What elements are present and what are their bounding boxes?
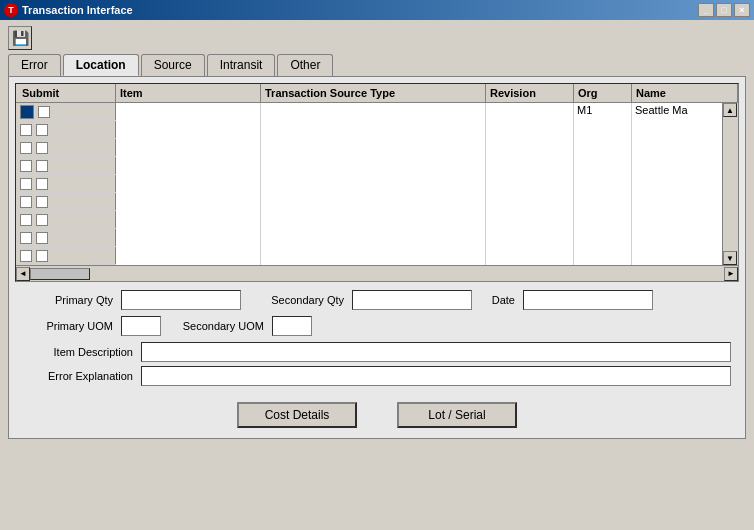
tab-source[interactable]: Source (141, 54, 205, 76)
error-exp-label: Error Explanation (23, 370, 133, 382)
row-cells: M1 Seattle Ma (116, 103, 738, 120)
title-bar-left: T Transaction Interface (4, 3, 133, 17)
scroll-right-button[interactable]: ► (724, 267, 738, 281)
cell-org[interactable] (574, 121, 632, 139)
cell-tst[interactable] (261, 211, 486, 229)
cell-org[interactable] (574, 247, 632, 265)
tab-location[interactable]: Location (63, 54, 139, 76)
cell-tst[interactable] (261, 229, 486, 247)
cell-org[interactable] (574, 139, 632, 157)
primary-qty-input[interactable] (121, 290, 241, 310)
cell-item[interactable] (116, 211, 261, 229)
scroll-left-button[interactable]: ◄ (16, 267, 30, 281)
row-select-button[interactable] (20, 232, 32, 244)
horizontal-scrollbar[interactable]: ◄ ► (16, 265, 738, 281)
table-row (16, 121, 738, 139)
cell-rev[interactable] (486, 211, 574, 229)
row-select-button[interactable] (20, 178, 32, 190)
cell-tst[interactable] (261, 247, 486, 265)
item-desc-input[interactable] (141, 342, 731, 362)
cell-tst[interactable] (261, 139, 486, 157)
cell-item[interactable] (116, 157, 261, 175)
row-select-button[interactable] (20, 250, 32, 262)
cell-rev[interactable] (486, 229, 574, 247)
cell-rev[interactable] (486, 157, 574, 175)
cell-item[interactable] (116, 175, 261, 193)
minimize-button[interactable]: _ (698, 3, 714, 17)
cell-rev[interactable] (486, 175, 574, 193)
hscroll-thumb[interactable] (30, 268, 90, 280)
row-checkbox[interactable] (36, 214, 48, 226)
scroll-up-button[interactable]: ▲ (723, 103, 737, 117)
row-checkbox[interactable] (36, 232, 48, 244)
cell-rev[interactable] (486, 121, 574, 139)
cell-org[interactable] (574, 211, 632, 229)
row-checkbox[interactable] (36, 160, 48, 172)
cell-org[interactable] (574, 157, 632, 175)
cell-org[interactable]: M1 (574, 103, 632, 121)
cell-rev[interactable] (486, 103, 574, 121)
secondary-qty-input[interactable] (352, 290, 472, 310)
close-button[interactable]: × (734, 3, 750, 17)
table-row (16, 175, 738, 193)
row-select-button[interactable] (20, 160, 32, 172)
row-select-button[interactable] (20, 124, 32, 136)
vertical-scrollbar[interactable]: ▲ ▼ (722, 103, 738, 265)
uom-row: Primary UOM Secondary UOM (23, 316, 731, 336)
cell-item[interactable] (116, 103, 261, 121)
tab-intransit[interactable]: Intransit (207, 54, 276, 76)
cell-org[interactable] (574, 229, 632, 247)
toolbar: 💾 (4, 24, 750, 52)
cell-item[interactable] (116, 193, 261, 211)
save-button[interactable]: 💾 (8, 26, 32, 50)
row-checkbox[interactable] (36, 178, 48, 190)
cell-item[interactable] (116, 247, 261, 265)
tst-column-header: Transaction Source Type (261, 84, 486, 102)
tab-error[interactable]: Error (8, 54, 61, 76)
cell-rev[interactable] (486, 247, 574, 265)
row-checkbox[interactable] (36, 250, 48, 262)
item-desc-label: Item Description (23, 346, 133, 358)
cell-item[interactable] (116, 139, 261, 157)
cell-org[interactable] (574, 193, 632, 211)
cell-org[interactable] (574, 175, 632, 193)
tab-other[interactable]: Other (277, 54, 333, 76)
save-icon: 💾 (12, 30, 29, 46)
secondary-uom-input[interactable] (272, 316, 312, 336)
columns-header: Item Transaction Source Type Revision Or… (116, 84, 738, 102)
error-exp-row: Error Explanation (23, 366, 731, 386)
cell-tst[interactable] (261, 157, 486, 175)
row-select-button[interactable] (20, 105, 34, 119)
scroll-down-button[interactable]: ▼ (723, 251, 737, 265)
row-select-button[interactable] (20, 142, 32, 154)
row-checkbox[interactable] (36, 124, 48, 136)
table-row (16, 139, 738, 157)
cell-rev[interactable] (486, 139, 574, 157)
row-checkbox[interactable] (38, 106, 50, 118)
cell-rev[interactable] (486, 193, 574, 211)
row-select-button[interactable] (20, 196, 32, 208)
date-input[interactable] (523, 290, 653, 310)
grid-body: M1 Seattle Ma (16, 103, 738, 265)
cell-tst[interactable] (261, 193, 486, 211)
cost-details-button[interactable]: Cost Details (237, 402, 357, 428)
lot-serial-button[interactable]: Lot / Serial (397, 402, 517, 428)
scroll-track[interactable] (723, 117, 738, 251)
row-cells (116, 121, 738, 138)
cell-item[interactable] (116, 121, 261, 139)
cell-tst[interactable] (261, 175, 486, 193)
org-column-header: Org (574, 84, 632, 102)
row-select-button[interactable] (20, 214, 32, 226)
primary-uom-input[interactable] (121, 316, 161, 336)
cell-tst[interactable] (261, 121, 486, 139)
cell-tst[interactable] (261, 103, 486, 121)
submit-label: Submit (22, 87, 59, 99)
qty-row: Primary Qty Secondary Qty Date (23, 290, 731, 310)
row-checkbox[interactable] (36, 196, 48, 208)
maximize-button[interactable]: □ (716, 3, 732, 17)
app-icon: T (4, 3, 18, 17)
window-controls[interactable]: _ □ × (698, 3, 750, 17)
row-checkbox[interactable] (36, 142, 48, 154)
cell-item[interactable] (116, 229, 261, 247)
error-exp-input[interactable] (141, 366, 731, 386)
